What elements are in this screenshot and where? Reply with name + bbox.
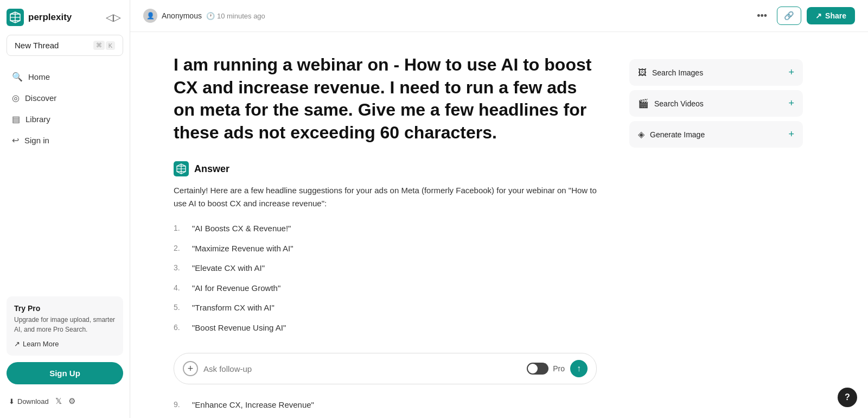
learn-more-button[interactable]: ↗ Learn More	[14, 340, 59, 348]
download-label: Download	[17, 397, 49, 406]
signin-icon: ↩	[12, 135, 19, 145]
answer-section: Answer Certainly! Here are a few headlin…	[174, 161, 597, 338]
sidebar-header: perplexity ◁▷	[7, 9, 123, 26]
app-name: perplexity	[28, 12, 72, 23]
list-item: 6."Boost Revenue Using AI"	[174, 318, 597, 338]
pro-upgrade-card: Try Pro Upgrade for image upload, smarte…	[7, 296, 123, 356]
list-item: 5."Transform CX with AI"	[174, 298, 597, 318]
user-avatar: 👤	[143, 9, 157, 23]
side-column: 🖼 Search Images + 🎬 Search Videos + ◈ Ge…	[629, 54, 803, 418]
question-text: I am running a webinar on - How to use A…	[174, 54, 597, 144]
video-icon: 🎬	[638, 98, 649, 109]
submit-button[interactable]: ↑	[570, 360, 588, 377]
answer-list: 1."AI Boosts CX & Revenue!" 2."Maximize …	[174, 219, 597, 338]
answer-perplexity-icon	[174, 161, 189, 176]
pro-toggle-switch[interactable]	[527, 363, 548, 375]
answer-list-continued: 9."Enhance CX, Increase Revenue" 10."Unl…	[174, 395, 597, 418]
pro-toggle-label: Pro	[553, 364, 565, 373]
new-thread-button[interactable]: New Thread ⌘ K	[7, 35, 123, 56]
list-item: 9."Enhance CX, Increase Revenue"	[174, 395, 597, 415]
content-area: I am running a webinar on - How to use A…	[130, 32, 868, 418]
sidebar: perplexity ◁▷ New Thread ⌘ K 🔍 Home ◎ Di…	[0, 0, 130, 418]
search-images-plus-icon: +	[788, 67, 794, 78]
sidebar-footer: ⬇ Download 𝕏 ⚙	[7, 393, 123, 409]
list-item: 4."AI for Revenue Growth"	[174, 278, 597, 299]
search-videos-item[interactable]: 🎬 Search Videos +	[629, 90, 803, 117]
image-icon: 🖼	[638, 68, 647, 78]
sidebar-item-signin-label: Sign in	[24, 136, 49, 145]
pro-toggle: Pro	[527, 363, 565, 375]
help-icon: ?	[845, 392, 850, 402]
user-name: Anonymous	[162, 11, 202, 20]
pro-description: Upgrade for image upload, smarter AI, an…	[14, 315, 116, 334]
search-videos-plus-icon: +	[788, 98, 794, 109]
generate-image-item[interactable]: ◈ Generate Image +	[629, 121, 803, 148]
search-images-item[interactable]: 🖼 Search Images +	[629, 59, 803, 86]
list-item: 2."Maximize Revenue with AI"	[174, 239, 597, 259]
learn-more-arrow-icon: ↗	[14, 340, 20, 348]
toggle-knob	[528, 364, 538, 373]
sidebar-item-discover[interactable]: ◎ Discover	[7, 88, 123, 108]
generate-icon: ◈	[638, 129, 644, 140]
logo-icon	[7, 9, 24, 26]
search-videos-left: 🎬 Search Videos	[638, 98, 704, 109]
generate-image-label: Generate Image	[650, 130, 705, 139]
follow-up-bar: + Pro ↑	[174, 353, 597, 384]
sidebar-item-library[interactable]: ▤ Library	[7, 109, 123, 129]
user-info: 👤 Anonymous 🕐 10 minutes ago	[143, 9, 265, 23]
sidebar-item-signin[interactable]: ↩ Sign in	[7, 130, 123, 150]
answer-header: Answer	[174, 161, 597, 176]
list-item: 1."AI Boosts CX & Revenue!"	[174, 219, 597, 239]
answer-intro: Certainly! Here are a few headline sugge…	[174, 184, 597, 210]
share-label: Share	[825, 11, 846, 20]
follow-up-plus-button[interactable]: +	[183, 361, 198, 376]
learn-more-label: Learn More	[23, 340, 59, 348]
sidebar-item-library-label: Library	[25, 115, 50, 124]
library-icon: ▤	[12, 114, 20, 124]
logo: perplexity	[7, 9, 72, 26]
sign-up-button[interactable]: Sign Up	[7, 362, 123, 384]
share-button[interactable]: ↗ Share	[807, 7, 855, 24]
new-thread-shortcut: ⌘ K	[93, 41, 115, 50]
collapse-button[interactable]: ◁▷	[104, 9, 123, 26]
sidebar-item-home[interactable]: 🔍 Home	[7, 67, 123, 87]
more-options-button[interactable]: •••	[752, 8, 771, 24]
download-link[interactable]: ⬇ Download	[9, 397, 49, 406]
sidebar-nav: 🔍 Home ◎ Discover ▤ Library ↩ Sign in	[7, 67, 123, 151]
link-button[interactable]: 🔗	[777, 7, 801, 25]
shortcut-k: K	[106, 41, 115, 50]
home-icon: 🔍	[12, 72, 23, 82]
list-item: 10."Unlock Revenue Potential with AI"	[174, 415, 597, 418]
shortcut-cmd: ⌘	[93, 41, 105, 50]
new-thread-label: New Thread	[15, 41, 59, 50]
share-icon: ↗	[815, 11, 822, 20]
twitter-icon[interactable]: 𝕏	[55, 396, 62, 406]
search-images-left: 🖼 Search Images	[638, 68, 703, 78]
discord-icon[interactable]: ⚙	[68, 396, 75, 406]
generate-image-plus-icon: +	[788, 129, 794, 140]
top-bar-actions: ••• 🔗 ↗ Share	[752, 7, 855, 25]
list-item: 3."Elevate CX with AI"	[174, 258, 597, 278]
discover-icon: ◎	[12, 93, 20, 103]
answer-label: Answer	[194, 163, 229, 175]
clock-icon: 🕐	[206, 12, 215, 20]
download-icon: ⬇	[9, 397, 15, 406]
top-bar: 👤 Anonymous 🕐 10 minutes ago ••• 🔗 ↗ Sha…	[130, 0, 868, 32]
follow-up-input[interactable]	[203, 364, 521, 373]
sign-up-label: Sign Up	[49, 369, 80, 378]
pro-title: Try Pro	[14, 304, 116, 313]
sidebar-item-discover-label: Discover	[25, 93, 56, 103]
sidebar-item-home-label: Home	[28, 72, 50, 81]
main-content: 👤 Anonymous 🕐 10 minutes ago ••• 🔗 ↗ Sha…	[130, 0, 868, 418]
generate-image-left: ◈ Generate Image	[638, 129, 705, 140]
time-ago: 🕐 10 minutes ago	[206, 12, 265, 20]
search-videos-label: Search Videos	[654, 99, 704, 108]
search-images-label: Search Images	[652, 68, 703, 77]
main-column: I am running a webinar on - How to use A…	[174, 54, 597, 418]
help-button[interactable]: ?	[838, 388, 857, 407]
